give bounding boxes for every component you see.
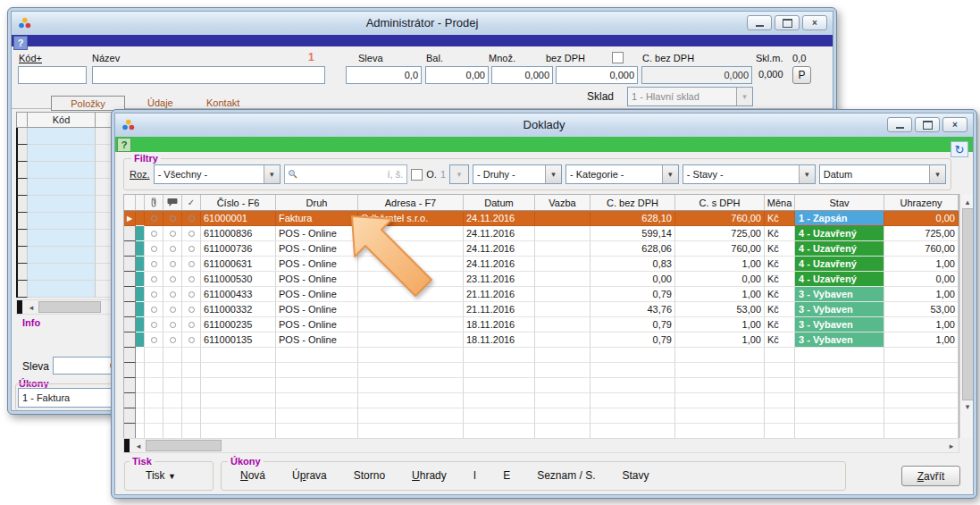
table-empty-row[interactable] bbox=[124, 348, 959, 363]
cell-bez[interactable]: 0,00 bbox=[591, 272, 675, 287]
cell-druh[interactable] bbox=[276, 348, 358, 363]
row-flag-cell[interactable] bbox=[145, 226, 163, 241]
cell-datum[interactable] bbox=[464, 393, 535, 408]
row-selector[interactable] bbox=[124, 302, 136, 317]
cell-bez[interactable]: 0,79 bbox=[591, 287, 675, 302]
tab-kontakt[interactable]: Kontakt bbox=[206, 97, 239, 108]
cell-datum[interactable]: 24.11.2016 bbox=[464, 257, 535, 272]
cell-mena[interactable]: Kč bbox=[765, 211, 795, 226]
row-flag-cell[interactable] bbox=[163, 363, 182, 378]
cell-s[interactable]: 1,00 bbox=[675, 287, 765, 302]
cell-mena[interactable]: Kč bbox=[765, 257, 795, 272]
cell-uhr[interactable]: 1,00 bbox=[884, 257, 959, 272]
cell-datum[interactable] bbox=[464, 378, 535, 393]
cell-stav[interactable]: 3 - Vybaven bbox=[795, 287, 884, 302]
cell-bez[interactable] bbox=[591, 408, 675, 424]
row-marker[interactable] bbox=[136, 424, 145, 439]
row-selector[interactable] bbox=[124, 272, 136, 287]
front-titlebar[interactable]: Doklady × bbox=[115, 114, 973, 138]
row-flag-cell[interactable] bbox=[163, 226, 182, 241]
cell-datum[interactable]: 23.11.2016 bbox=[464, 272, 535, 287]
cell-datum[interactable]: 21.11.2016 bbox=[464, 302, 535, 317]
cell-adresa[interactable] bbox=[358, 393, 464, 408]
cell-cislo[interactable]: 611000433 bbox=[201, 287, 276, 302]
cell-vazba[interactable] bbox=[535, 287, 591, 302]
cell-bez[interactable]: 599,14 bbox=[591, 226, 675, 241]
cell-s[interactable]: 760,00 bbox=[675, 241, 765, 257]
column-header-mena[interactable]: Měna bbox=[765, 195, 795, 211]
row-selector[interactable] bbox=[124, 332, 136, 348]
table-row[interactable]: 611000332POS - Online21.11.201643,7653,0… bbox=[124, 302, 959, 317]
row-flag-cell[interactable] bbox=[182, 408, 201, 424]
table-empty-row[interactable] bbox=[124, 363, 959, 378]
scroll-right-icon[interactable]: ▸ bbox=[944, 442, 959, 450]
row-flag-cell[interactable] bbox=[145, 257, 163, 272]
cell-cislo[interactable]: 611000135 bbox=[201, 332, 276, 348]
cell-uhr[interactable]: 1,00 bbox=[884, 317, 959, 332]
items-grid-cell[interactable] bbox=[16, 162, 28, 179]
row-flag-cell[interactable] bbox=[182, 241, 201, 257]
cell-adresa[interactable] bbox=[358, 363, 464, 378]
table-row[interactable]: 611000530POS - Online23.11.20160,000,00K… bbox=[124, 272, 959, 287]
cell-bez[interactable] bbox=[591, 424, 675, 439]
row-selector[interactable] bbox=[124, 287, 136, 302]
row-flag-cell[interactable] bbox=[182, 302, 201, 317]
cell-cislo[interactable] bbox=[201, 393, 276, 408]
row-flag-cell[interactable] bbox=[182, 317, 201, 332]
row-flag-cell[interactable] bbox=[163, 317, 182, 332]
items-grid-row[interactable] bbox=[16, 230, 114, 247]
cell-datum[interactable]: 21.11.2016 bbox=[464, 287, 535, 302]
scroll-up-icon[interactable]: ▴ bbox=[960, 194, 974, 206]
cell-stav[interactable]: 4 - Uzavřený bbox=[795, 226, 884, 241]
cell-mena[interactable]: Kč bbox=[765, 226, 795, 241]
close-button[interactable]: × bbox=[802, 15, 827, 30]
items-grid-row[interactable] bbox=[16, 213, 114, 230]
table-empty-row[interactable] bbox=[124, 378, 959, 393]
row-flag-cell[interactable] bbox=[182, 363, 201, 378]
rozsah-combo[interactable]: - Všechny -▾ bbox=[154, 164, 281, 184]
row-marker[interactable] bbox=[136, 393, 145, 408]
table-row[interactable]: 611000736POS - Online24.11.2016628,06760… bbox=[124, 241, 959, 257]
items-grid-cell[interactable] bbox=[28, 145, 96, 162]
help-button[interactable]: ? bbox=[13, 36, 28, 50]
row-flag-cell[interactable] bbox=[145, 424, 163, 439]
row-flag-cell[interactable] bbox=[182, 332, 201, 348]
cell-stav[interactable] bbox=[795, 378, 884, 393]
row-selector[interactable] bbox=[124, 378, 136, 393]
cell-bez[interactable] bbox=[591, 348, 675, 363]
cell-s[interactable] bbox=[675, 408, 765, 424]
cell-druh[interactable]: POS - Online bbox=[276, 317, 358, 332]
scroll-left-icon[interactable]: ◂ bbox=[131, 442, 146, 450]
cell-druh[interactable] bbox=[276, 408, 358, 424]
items-grid-cell[interactable] bbox=[16, 128, 28, 145]
row-marker[interactable] bbox=[136, 257, 145, 272]
items-grid-row[interactable] bbox=[16, 162, 114, 179]
row-selector[interactable] bbox=[124, 408, 136, 424]
cell-adresa[interactable] bbox=[358, 348, 464, 363]
row-flag-cell[interactable] bbox=[182, 287, 201, 302]
action-button-storno[interactable]: Storno bbox=[354, 469, 385, 482]
refresh-icon[interactable]: ↻ bbox=[951, 141, 968, 157]
cell-uhr[interactable] bbox=[884, 424, 959, 439]
cell-uhr[interactable]: 760,00 bbox=[884, 241, 959, 257]
cell-mena[interactable]: Kč bbox=[765, 272, 795, 287]
row-marker[interactable] bbox=[136, 241, 145, 257]
cell-stav[interactable]: 4 - Uzavřený bbox=[795, 241, 884, 257]
cell-s[interactable]: 1,00 bbox=[675, 317, 765, 332]
column-header-stav[interactable]: Stav bbox=[795, 195, 884, 211]
action-button-seznam-s-[interactable]: Seznam / S. bbox=[537, 469, 595, 482]
items-grid-cell[interactable] bbox=[28, 196, 96, 213]
items-grid-row[interactable] bbox=[16, 128, 114, 145]
row-selector[interactable] bbox=[124, 226, 136, 241]
cell-mena[interactable] bbox=[765, 348, 795, 363]
row-flag-cell[interactable] bbox=[163, 287, 182, 302]
cell-cislo[interactable]: 611000631 bbox=[201, 257, 276, 272]
row-selector[interactable] bbox=[124, 241, 136, 257]
items-grid-cell[interactable] bbox=[16, 247, 28, 264]
cell-bez[interactable] bbox=[591, 378, 675, 393]
items-grid-cell[interactable] bbox=[28, 128, 96, 145]
cell-cislo[interactable] bbox=[201, 408, 276, 424]
action-button-e[interactable]: E bbox=[503, 469, 510, 482]
items-grid-row[interactable] bbox=[16, 281, 114, 298]
row-marker[interactable] bbox=[136, 317, 145, 332]
